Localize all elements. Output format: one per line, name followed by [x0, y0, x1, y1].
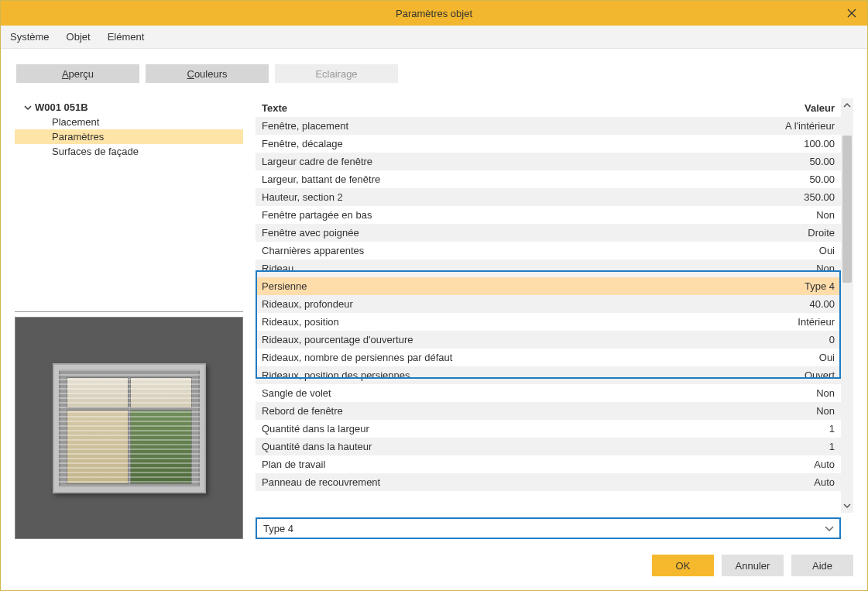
grid-row[interactable]: PersienneType 4 [256, 277, 841, 295]
grid-row[interactable]: Rebord de fenêtreNon [256, 402, 841, 420]
scroll-up-button[interactable] [841, 98, 853, 112]
grid-cell-text: Hauteur, section 2 [256, 191, 756, 203]
grid-cell-text: Plan de travail [256, 459, 756, 470]
grid-cell-text: Quantité dans la largeur [256, 423, 756, 435]
grid-cell-value: 1 [756, 441, 841, 452]
tree-item[interactable]: Surfaces de façade [15, 144, 243, 159]
grid-cell-value: Non [756, 209, 841, 221]
grid-cell-text: Fenêtre partagée en bas [256, 209, 756, 221]
grid-cell-value: A l'intérieur [756, 120, 841, 132]
tree-item[interactable]: Placement [15, 115, 243, 129]
grid-cell-value: Non [756, 263, 841, 274]
grid-cell-value: 40.00 [756, 298, 841, 310]
grid-cell-text: Largeur cadre de fenêtre [256, 156, 756, 167]
grid-cell-value: Oui [756, 245, 841, 256]
grid-row[interactable]: Sangle de voletNon [256, 384, 841, 402]
left-column: W001 051B PlacementParamètresSurfaces de… [15, 98, 243, 539]
grid-cell-text: Fenêtre, décalage [256, 138, 756, 149]
tab-eclairage: Eclairage [275, 64, 398, 83]
ok-button[interactable]: OK [652, 555, 714, 576]
grid-cell-value: 50.00 [756, 174, 841, 185]
grid-cell-value: Droite [756, 227, 841, 239]
right-column: Texte Valeur Fenêtre, placementA l'intér… [256, 98, 853, 539]
scroll-track[interactable] [841, 112, 853, 499]
menu-objet[interactable]: Objet [67, 31, 91, 43]
grid-row[interactable]: Fenêtre, décalage100.00 [256, 135, 841, 153]
tree-root[interactable]: W001 051B [15, 100, 243, 115]
tab-row: Aperçu Couleurs Eclairage [1, 49, 867, 83]
grid-cell-value: Type 4 [756, 280, 841, 292]
close-icon [847, 9, 856, 18]
preview-panel [15, 317, 243, 539]
grid-cell-text: Rideaux, position des persiennes [256, 369, 756, 381]
menu-element[interactable]: Elément [108, 31, 145, 43]
grid-cell-value: Auto [756, 459, 841, 470]
grid-cell-text: Charnières apparentes [256, 245, 756, 256]
grid-cell-text: Rideaux, profondeur [256, 298, 756, 310]
help-button[interactable]: Aide [791, 555, 853, 576]
grid-row[interactable]: Fenêtre avec poignéeDroite [256, 224, 841, 242]
grid-scrollbar[interactable] [841, 98, 853, 513]
grid-row[interactable]: Rideaux, profondeur40.00 [256, 295, 841, 313]
menu-bar: Système Objet Elément [1, 26, 867, 49]
grid-row[interactable]: Panneau de recouvrementAuto [256, 473, 841, 491]
grid-header-text: Texte [256, 102, 756, 114]
preview-window-thumbnail [53, 363, 206, 493]
grid-cell-text: Fenêtre avec poignée [256, 227, 756, 239]
grid-row[interactable]: Fenêtre partagée en basNon [256, 206, 841, 224]
grid-row[interactable]: Charnières apparentesOui [256, 242, 841, 259]
grid-row[interactable]: Rideaux, positionIntérieur [256, 313, 841, 331]
grid-cell-text: Rideaux, nombre de persiennes par défaut [256, 352, 756, 363]
chevron-down-icon [843, 502, 851, 510]
grid-row[interactable]: Plan de travailAuto [256, 455, 841, 473]
grid-row[interactable]: Rideaux, position des persiennesOuvert [256, 366, 841, 384]
grid-cell-text: Rideaux, pourcentage d'ouverture [256, 334, 756, 345]
grid-cell-text: Rideaux, position [256, 316, 756, 328]
menu-systeme[interactable]: Système [10, 31, 50, 43]
tab-couleurs[interactable]: Couleurs [146, 64, 269, 83]
grid-row[interactable]: Hauteur, section 2350.00 [256, 188, 841, 206]
grid-cell-text: Persienne [256, 280, 756, 292]
chevron-up-icon [843, 101, 851, 109]
grid-cell-text: Rideau [256, 263, 756, 274]
grid-row[interactable]: Largeur cadre de fenêtre50.00 [256, 153, 841, 170]
grid-cell-text: Sangle de volet [256, 387, 756, 399]
grid-cell-value: 100.00 [756, 138, 841, 149]
tree-item[interactable]: Paramètres [15, 129, 243, 144]
dialog-footer: OK Annuler Aide [1, 539, 867, 590]
grid-cell-value: Auto [756, 476, 841, 488]
grid-row[interactable]: Fenêtre, placementA l'intérieur [256, 117, 841, 135]
grid-row[interactable]: Largeur, battant de fenêtre50.00 [256, 170, 841, 188]
grid-cell-value: Oui [756, 352, 841, 363]
grid-cell-text: Rebord de fenêtre [256, 405, 756, 417]
grid-header-value: Valeur [756, 102, 841, 114]
main-content: W001 051B PlacementParamètresSurfaces de… [1, 83, 867, 539]
grid-cell-value: Non [756, 405, 841, 417]
grid-row[interactable]: Quantité dans la largeur1 [256, 420, 841, 438]
grid-row[interactable]: Quantité dans la hauteur1 [256, 438, 841, 455]
grid-cell-text: Quantité dans la hauteur [256, 441, 756, 452]
grid-cell-text: Fenêtre, placement [256, 120, 756, 132]
chevron-down-icon [24, 104, 32, 112]
tab-apercu[interactable]: Aperçu [16, 64, 139, 83]
grid-cell-value: 350.00 [756, 191, 841, 203]
close-button[interactable] [836, 1, 867, 26]
dialog-window: Paramètres objet Système Objet Elément A… [0, 0, 868, 591]
value-dropdown[interactable]: Type 4 [256, 517, 841, 539]
grid-cell-value: 1 [756, 423, 841, 435]
grid-row[interactable]: RideauNon [256, 259, 841, 277]
grid-cell-text: Panneau de recouvrement [256, 476, 756, 488]
grid-row[interactable]: Rideaux, nombre de persiennes par défaut… [256, 349, 841, 366]
cancel-button[interactable]: Annuler [722, 555, 784, 576]
chevron-down-icon [824, 523, 835, 534]
grid-cell-value: Ouvert [756, 369, 841, 381]
scroll-down-button[interactable] [841, 499, 853, 513]
properties-grid: Texte Valeur Fenêtre, placementA l'intér… [256, 98, 853, 513]
grid-cell-value: Non [756, 387, 841, 399]
title-bar: Paramètres objet [1, 1, 867, 26]
value-dropdown-label: Type 4 [263, 523, 293, 534]
scroll-thumb[interactable] [842, 136, 852, 283]
grid-cell-text: Largeur, battant de fenêtre [256, 174, 756, 185]
tree-view: W001 051B PlacementParamètresSurfaces de… [15, 98, 243, 312]
grid-row[interactable]: Rideaux, pourcentage d'ouverture0 [256, 331, 841, 349]
